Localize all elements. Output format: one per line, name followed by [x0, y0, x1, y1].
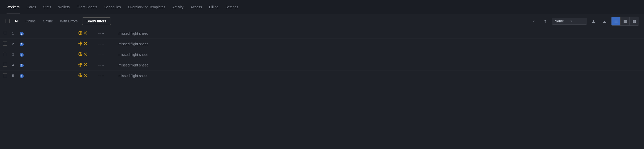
- svg-rect-3: [624, 20, 627, 21]
- move-icon: [78, 62, 83, 67]
- row-checkbox-cell: [0, 49, 10, 60]
- worker-action-icons: [76, 28, 96, 39]
- worker-status: missed flight sheet: [116, 39, 644, 49]
- worker-badge: 1: [20, 32, 24, 35]
- row-badge: 1: [18, 49, 26, 60]
- move-icon: [78, 52, 83, 56]
- svg-rect-5: [633, 20, 634, 21]
- nav-item-cards[interactable]: Cards: [23, 0, 40, 14]
- nav-item-settings[interactable]: Settings: [222, 0, 242, 14]
- upload-button[interactable]: [589, 17, 598, 26]
- filter-tab-online[interactable]: Online: [23, 18, 38, 24]
- worker-name: [26, 39, 76, 49]
- view-mode-group: [611, 17, 639, 26]
- worker-badge: 1: [20, 43, 24, 46]
- table-row: 3 1: [0, 49, 644, 60]
- select-all-checkbox[interactable]: [6, 19, 10, 23]
- row-badge: 1: [18, 60, 26, 70]
- filter-tab-all[interactable]: All: [12, 18, 21, 24]
- svg-rect-2: [615, 22, 618, 22]
- svg-rect-0: [615, 20, 618, 20]
- view-btn-grid[interactable]: [630, 17, 639, 25]
- worker-dash: -- --: [96, 70, 116, 81]
- filter-tab-offline[interactable]: Offline: [40, 18, 55, 24]
- worker-icons: [78, 62, 88, 67]
- row-badge: 1: [18, 39, 26, 49]
- row-checkbox[interactable]: [3, 73, 7, 77]
- select-all-wrapper: [5, 19, 10, 24]
- nav-item-activity[interactable]: Activity: [169, 0, 187, 14]
- workers-list: 1 1: [0, 28, 644, 81]
- svg-rect-7: [633, 21, 634, 23]
- row-checkbox[interactable]: [3, 31, 7, 35]
- worker-name: [26, 70, 76, 81]
- nav-item-wallets[interactable]: Wallets: [55, 0, 73, 14]
- top-nav: WorkersCardsStatsWalletsFlight SheetsSch…: [0, 0, 644, 14]
- row-checkbox-cell: [0, 60, 10, 70]
- table-row: 2 1: [0, 39, 644, 49]
- nav-item-overclocking-templates[interactable]: Overclocking Templates: [124, 0, 169, 14]
- view-btn-list-detailed[interactable]: [611, 17, 621, 25]
- svg-rect-6: [634, 20, 636, 21]
- move-icon: [78, 73, 83, 78]
- expand-button[interactable]: ⤢: [530, 17, 539, 26]
- download-button[interactable]: [600, 17, 609, 26]
- row-checkbox-cell: [0, 39, 10, 49]
- worker-dash: -- --: [96, 28, 116, 39]
- sort-order-button[interactable]: [541, 17, 550, 26]
- workers-table: 1 1: [0, 28, 644, 81]
- tools-icon: [83, 31, 88, 35]
- filter-tab-with-errors[interactable]: With Errors: [57, 18, 80, 24]
- nav-item-billing[interactable]: Billing: [205, 0, 222, 14]
- worker-icons: [78, 41, 88, 46]
- worker-action-icons: [76, 60, 96, 70]
- worker-action-icons: [76, 49, 96, 60]
- row-number: 3: [10, 49, 18, 60]
- worker-icons: [78, 73, 88, 78]
- worker-badge: 1: [20, 64, 24, 67]
- view-btn-list[interactable]: [621, 17, 630, 25]
- show-filters-button[interactable]: Show filters: [82, 17, 111, 25]
- table-row: 5 1: [0, 70, 644, 81]
- svg-rect-1: [615, 21, 618, 21]
- row-checkbox-cell: [0, 28, 10, 39]
- worker-badge: 1: [20, 53, 24, 57]
- row-checkbox[interactable]: [3, 52, 7, 56]
- worker-status: missed flight sheet: [116, 49, 644, 60]
- worker-status: missed flight sheet: [116, 60, 644, 70]
- sort-chevron-icon: ▾: [570, 19, 584, 23]
- nav-item-workers[interactable]: Workers: [5, 0, 23, 14]
- worker-dash: -- --: [96, 60, 116, 70]
- row-number: 5: [10, 70, 18, 81]
- worker-status: missed flight sheet: [116, 28, 644, 39]
- move-icon: [78, 31, 83, 35]
- nav-item-access[interactable]: Access: [187, 0, 205, 14]
- tools-icon: [83, 62, 88, 67]
- worker-action-icons: [76, 70, 96, 81]
- worker-badge: 1: [20, 74, 24, 78]
- table-row: 4 1: [0, 60, 644, 70]
- sort-label: Name: [555, 19, 568, 23]
- row-badge: 1: [18, 28, 26, 39]
- worker-dash: -- --: [96, 49, 116, 60]
- nav-item-stats[interactable]: Stats: [40, 0, 55, 14]
- row-badge: 1: [18, 70, 26, 81]
- svg-rect-8: [634, 21, 636, 23]
- row-number: 4: [10, 60, 18, 70]
- row-checkbox[interactable]: [3, 63, 7, 67]
- worker-dash: -- --: [96, 39, 116, 49]
- move-icon: [78, 41, 83, 46]
- nav-item-schedules[interactable]: Schedules: [101, 0, 124, 14]
- nav-item-flight-sheets[interactable]: Flight Sheets: [73, 0, 101, 14]
- worker-icons: [78, 52, 88, 56]
- toolbar: AllOnlineOfflineWith ErrorsShow filters⤢…: [0, 14, 644, 28]
- worker-icons: [78, 31, 88, 35]
- tools-icon: [83, 52, 88, 56]
- worker-action-icons: [76, 39, 96, 49]
- svg-rect-4: [624, 21, 627, 23]
- worker-name: [26, 60, 76, 70]
- tools-icon: [83, 41, 88, 46]
- row-checkbox[interactable]: [3, 42, 7, 46]
- sort-dropdown[interactable]: Name▾: [552, 18, 587, 25]
- row-checkbox-cell: [0, 70, 10, 81]
